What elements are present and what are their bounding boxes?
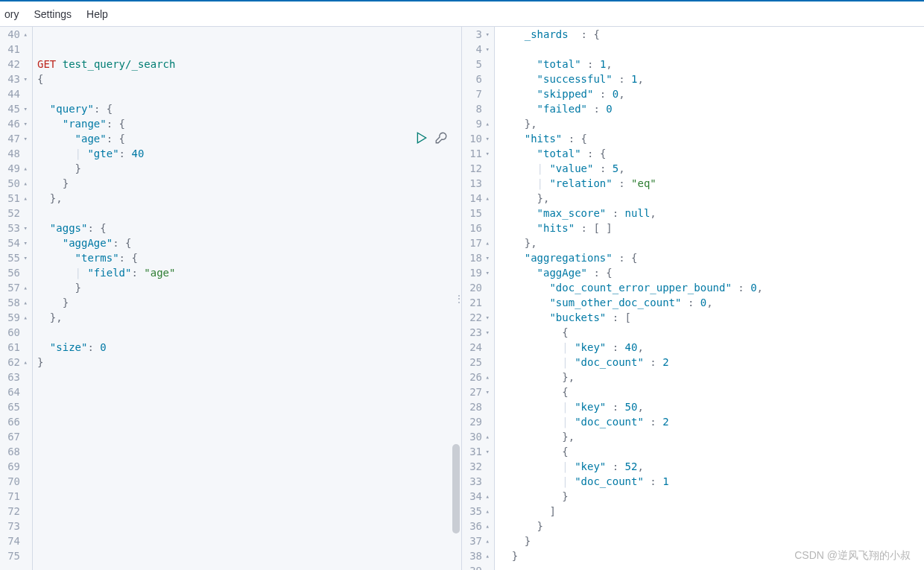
response-viewer[interactable]: _shards : { "total" : 1, "successful" : … bbox=[495, 27, 924, 570]
code-line[interactable]: "aggAge": { bbox=[37, 235, 461, 250]
request-editor[interactable]: GET test_query/_search{ "query": { "rang… bbox=[33, 27, 461, 570]
code-line[interactable]: { bbox=[37, 72, 461, 86]
fold-toggle-icon[interactable]: ▾ bbox=[484, 250, 490, 265]
code-line[interactable]: }, bbox=[499, 116, 924, 131]
fold-toggle-icon[interactable]: ▴ bbox=[22, 161, 28, 176]
code-line[interactable] bbox=[37, 459, 461, 474]
code-line[interactable]: | "relation" : "eq" bbox=[499, 176, 924, 191]
code-line[interactable]: "aggs": { bbox=[37, 221, 461, 235]
fold-toggle-icon[interactable]: ▾ bbox=[22, 101, 28, 116]
fold-toggle-icon[interactable]: ▾ bbox=[484, 265, 490, 280]
code-line[interactable] bbox=[37, 42, 461, 57]
code-line[interactable]: "max_score" : null, bbox=[499, 206, 924, 221]
code-line[interactable]: "successful" : 1, bbox=[499, 72, 924, 86]
fold-toggle-icon[interactable]: ▴ bbox=[484, 116, 490, 131]
code-line[interactable]: } bbox=[499, 548, 924, 563]
wrench-icon[interactable] bbox=[434, 131, 448, 145]
menu-history[interactable]: ory bbox=[4, 8, 19, 20]
fold-toggle-icon[interactable]: ▴ bbox=[484, 370, 490, 384]
code-line[interactable]: }, bbox=[37, 191, 461, 206]
code-line[interactable]: { bbox=[499, 325, 924, 340]
fold-toggle-icon[interactable]: ▴ bbox=[22, 191, 28, 206]
code-line[interactable]: }, bbox=[499, 370, 924, 384]
code-line[interactable] bbox=[37, 519, 461, 533]
code-line[interactable]: "age": { bbox=[37, 131, 461, 146]
fold-toggle-icon[interactable]: ▴ bbox=[22, 295, 28, 310]
code-line[interactable]: | "gte": 40 bbox=[37, 146, 461, 161]
code-line[interactable]: | "doc_count" : 2 bbox=[499, 355, 924, 370]
code-line[interactable]: } bbox=[37, 355, 461, 370]
scroll-thumb[interactable] bbox=[452, 444, 460, 533]
code-line[interactable] bbox=[37, 206, 461, 221]
code-line[interactable] bbox=[37, 399, 461, 414]
fold-toggle-icon[interactable]: ▴ bbox=[484, 519, 490, 533]
fold-toggle-icon[interactable]: ▴ bbox=[484, 533, 490, 548]
code-line[interactable]: | "key" : 52, bbox=[499, 459, 924, 474]
code-line[interactable] bbox=[37, 370, 461, 384]
code-line[interactable]: } bbox=[37, 161, 461, 176]
fold-toggle-icon[interactable]: ▾ bbox=[22, 72, 28, 86]
fold-toggle-icon[interactable]: ▴ bbox=[484, 429, 490, 444]
fold-toggle-icon[interactable]: ▴ bbox=[22, 176, 28, 191]
code-line[interactable]: { bbox=[499, 444, 924, 459]
code-line[interactable] bbox=[37, 474, 461, 489]
fold-toggle-icon[interactable]: ▾ bbox=[484, 146, 490, 161]
code-line[interactable]: ] bbox=[499, 504, 924, 519]
code-line[interactable] bbox=[499, 563, 924, 570]
code-line[interactable] bbox=[499, 42, 924, 57]
code-line[interactable]: "doc_count_error_upper_bound" : 0, bbox=[499, 280, 924, 295]
code-line[interactable]: "buckets" : [ bbox=[499, 310, 924, 325]
code-line[interactable]: { bbox=[499, 384, 924, 399]
code-line[interactable] bbox=[37, 489, 461, 504]
fold-toggle-icon[interactable]: ▴ bbox=[484, 548, 490, 563]
code-line[interactable]: | "key" : 50, bbox=[499, 399, 924, 414]
code-line[interactable]: }, bbox=[37, 310, 461, 325]
fold-toggle-icon[interactable]: ▾ bbox=[484, 27, 490, 42]
code-line[interactable]: }, bbox=[499, 191, 924, 206]
code-line[interactable] bbox=[37, 325, 461, 340]
fold-toggle-icon[interactable]: ▴ bbox=[484, 191, 490, 206]
fold-toggle-icon[interactable]: ▴ bbox=[22, 310, 28, 325]
code-line[interactable]: "total" : 1, bbox=[499, 57, 924, 72]
fold-toggle-icon[interactable]: ▾ bbox=[484, 42, 490, 57]
fold-toggle-icon[interactable]: ▴ bbox=[484, 235, 490, 250]
fold-toggle-icon[interactable]: ▴ bbox=[22, 27, 28, 42]
code-line[interactable] bbox=[37, 384, 461, 399]
code-line[interactable]: "terms": { bbox=[37, 250, 461, 265]
code-line[interactable]: } bbox=[499, 489, 924, 504]
code-line[interactable]: | "key" : 40, bbox=[499, 340, 924, 355]
code-line[interactable]: } bbox=[37, 295, 461, 310]
code-line[interactable]: } bbox=[499, 533, 924, 548]
code-line[interactable]: "failed" : 0 bbox=[499, 101, 924, 116]
code-line[interactable]: } bbox=[499, 519, 924, 533]
code-line[interactable]: "size": 0 bbox=[37, 340, 461, 355]
code-line[interactable]: | "doc_count" : 1 bbox=[499, 474, 924, 489]
fold-toggle-icon[interactable]: ▾ bbox=[484, 310, 490, 325]
fold-toggle-icon[interactable]: ▾ bbox=[22, 221, 28, 235]
code-line[interactable] bbox=[37, 548, 461, 563]
code-line[interactable]: } bbox=[37, 280, 461, 295]
fold-toggle-icon[interactable]: ▴ bbox=[22, 280, 28, 295]
code-line[interactable]: } bbox=[37, 176, 461, 191]
fold-toggle-icon[interactable]: ▴ bbox=[484, 504, 490, 519]
code-line[interactable]: | "doc_count" : 2 bbox=[499, 414, 924, 429]
play-icon[interactable] bbox=[415, 131, 428, 145]
code-line[interactable]: "total" : { bbox=[499, 146, 924, 161]
pane-divider-handle[interactable]: ⋮ bbox=[455, 294, 462, 304]
code-line[interactable] bbox=[37, 444, 461, 459]
fold-toggle-icon[interactable]: ▴ bbox=[484, 489, 490, 504]
code-line[interactable] bbox=[37, 86, 461, 101]
code-line[interactable]: "hits" : { bbox=[499, 131, 924, 146]
fold-toggle-icon[interactable]: ▾ bbox=[22, 250, 28, 265]
code-line[interactable]: "aggregations" : { bbox=[499, 250, 924, 265]
code-line[interactable]: "range": { bbox=[37, 116, 461, 131]
fold-toggle-icon[interactable]: ▾ bbox=[484, 131, 490, 146]
fold-toggle-icon[interactable]: ▾ bbox=[484, 444, 490, 459]
code-line[interactable]: }, bbox=[499, 235, 924, 250]
menu-help[interactable]: Help bbox=[86, 8, 108, 20]
code-line[interactable]: "hits" : [ ] bbox=[499, 221, 924, 235]
code-line[interactable]: }, bbox=[499, 429, 924, 444]
code-line[interactable] bbox=[37, 27, 461, 42]
code-line[interactable] bbox=[37, 414, 461, 429]
fold-toggle-icon[interactable]: ▴ bbox=[22, 355, 28, 370]
